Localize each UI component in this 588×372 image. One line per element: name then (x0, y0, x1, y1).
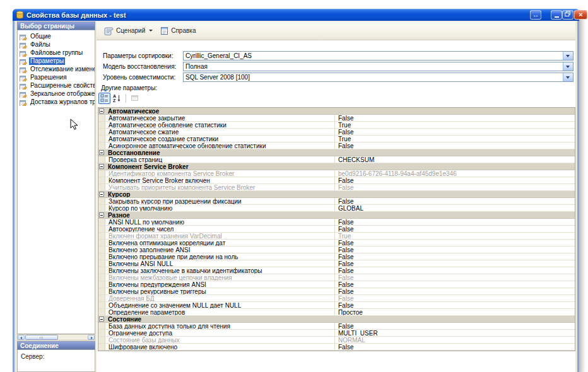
property-row[interactable]: Проверка страницCHECKSUM (98, 156, 575, 163)
property-row[interactable]: Учитывать приоритеты компонента Service … (98, 184, 575, 191)
property-value: False (335, 198, 575, 204)
collapse-icon[interactable] (99, 317, 104, 322)
grid-section-header[interactable]: Восстановление (98, 149, 575, 156)
sidebar-item-Файлы[interactable]: Файлы (18, 40, 95, 49)
script-button[interactable]: Сценарий (100, 25, 156, 37)
dropdown-1[interactable]: Полная (183, 62, 573, 71)
property-row[interactable]: Включены ANSI NULLFalse (98, 260, 575, 267)
property-row[interactable]: Включен формат хранения VarDecimalTrue (98, 233, 575, 240)
database-properties-dialog: Свойства базы данных - test ↔ × Выбор ст… (13, 9, 579, 372)
property-row[interactable]: Автоматическое создание статистикиTrue (98, 136, 575, 142)
grid-gutter (98, 344, 105, 350)
grid-section-title: Курсор (105, 191, 130, 197)
grid-gutter (98, 233, 105, 239)
property-row[interactable]: Шифрование включеноFalse (98, 344, 575, 351)
property-row[interactable]: Включены заключенные в кавычки идентифик… (98, 267, 575, 274)
property-row[interactable]: Включено заполнение ANSIFalse (98, 247, 575, 253)
property-row[interactable]: Включены межбазовые цепочки владенияFals… (98, 274, 575, 281)
minimize-button[interactable] (551, 10, 562, 20)
sidebar-item-Зеркальное отображение[interactable]: Зеркальное отображение (18, 90, 95, 98)
grid-gutter (98, 205, 105, 211)
az-sort-icon: A Z (113, 94, 121, 102)
scroll-left-icon[interactable] (18, 335, 25, 340)
property-row[interactable]: Ограничение доступаMULTI_USER (98, 330, 575, 337)
property-name: ANSI NULL по умолчанию (105, 219, 335, 225)
property-name: Включены заключенные в кавычки идентифик… (105, 267, 335, 274)
property-row[interactable]: Курсор по умолчаниюGLOBAL (98, 205, 575, 212)
property-row[interactable]: ANSI NULL по умолчаниюFalse (98, 219, 575, 226)
form-field-row: Модель восстановления:Полная (97, 62, 575, 71)
sidebar-item-label: Параметры (29, 57, 65, 65)
horizontal-scrollbar[interactable] (17, 334, 95, 340)
scroll-right-icon[interactable] (88, 335, 95, 340)
help-button-label: Справка (171, 27, 196, 34)
help-button[interactable]: Справка (156, 25, 199, 37)
grid-gutter (98, 267, 105, 274)
grid-section-header[interactable]: Разное (98, 212, 575, 219)
property-name: Автоокругление чисел (105, 226, 335, 232)
property-row[interactable]: Доверенная БДFalse (98, 295, 575, 302)
close-button[interactable]: × (574, 10, 587, 20)
collapse-icon[interactable] (99, 164, 104, 169)
dropdown-0[interactable]: Cyrillic_General_CI_AS (183, 51, 573, 61)
grid-section-title: Компонент Service Broker (105, 163, 189, 170)
collapse-icon[interactable] (99, 150, 104, 155)
sidebar-item-Расширенные свойства[interactable]: Расширенные свойства (18, 81, 95, 90)
property-row[interactable]: Включены предупреждения ANSIFalse (98, 281, 575, 288)
categorized-button[interactable] (98, 93, 110, 104)
property-value: False (335, 274, 575, 281)
sidebar-item-label: Файлы (29, 41, 52, 49)
property-row[interactable]: Автоматическое закрытиеFalse (98, 115, 575, 122)
property-row[interactable]: Состояние базы данныхNORMAL (98, 337, 575, 344)
sidebar-item-Параметры[interactable]: Параметры (18, 57, 95, 65)
collapse-icon[interactable] (99, 108, 104, 113)
sidebar-item-Отслеживание изменений[interactable]: Отслеживание изменений (18, 65, 95, 73)
grid-section-header[interactable]: Состояние (98, 316, 575, 323)
property-row[interactable]: Определение параметровПростое (98, 309, 575, 316)
dropdown-2[interactable]: SQL Server 2008 [100] (183, 73, 573, 82)
restore-button[interactable] (562, 10, 573, 20)
grid-gutter (98, 330, 105, 336)
collapse-icon[interactable] (99, 192, 104, 197)
property-page-icon (20, 41, 27, 49)
page-list: ОбщиеФайлыФайловые группыПараметрыОтслеж… (17, 30, 95, 334)
property-page-icon (20, 83, 27, 90)
property-row[interactable]: Асинхронное автоматическое обновление ст… (98, 142, 575, 149)
property-row[interactable]: Автоматическое обновление статистикиTrue (98, 122, 575, 129)
alphabetical-sort-button[interactable]: A Z (111, 93, 123, 104)
property-value: False (335, 281, 575, 288)
connection-panel: Сервер: (17, 350, 95, 372)
chevron-down-icon[interactable] (563, 62, 573, 71)
grid-gutter (98, 122, 105, 128)
property-name: Включен формат хранения VarDecimal (105, 233, 335, 239)
grid-section-header[interactable]: Курсор (98, 191, 575, 198)
resize-button[interactable]: ↔ (530, 10, 541, 20)
grid-section-header[interactable]: Компонент Service Broker (98, 163, 575, 170)
property-page-icon (20, 67, 27, 74)
chevron-down-icon[interactable] (563, 73, 573, 81)
property-row[interactable]: Автоокругление чиселFalse (98, 226, 575, 233)
property-row[interactable]: Включено прерывание при делении на нольF… (98, 253, 575, 260)
property-row[interactable]: Включена оптимизация корреляции датFalse (98, 240, 575, 247)
sidebar-item-Файловые группы[interactable]: Файловые группы (18, 49, 95, 57)
property-row[interactable]: Объединение со значением NULL дает NULLF… (98, 302, 575, 309)
sidebar-item-Общие[interactable]: Общие (18, 32, 95, 40)
collapse-icon[interactable] (99, 212, 104, 218)
property-row[interactable]: Автоматическое сжатиеFalse (98, 129, 575, 136)
scrollbar-thumb[interactable] (25, 335, 58, 340)
sidebar-item-Разрешения[interactable]: Разрешения (18, 73, 95, 81)
property-row[interactable]: Идентификатор компонента Service Brokerb… (98, 170, 575, 177)
property-row[interactable]: База данных доступна только для чтенияFa… (98, 323, 575, 330)
grid-section-title: Разное (105, 212, 130, 218)
scrollbar-track[interactable] (58, 335, 88, 340)
chevron-down-icon (149, 30, 153, 32)
property-row[interactable]: Включены рекурсивные триггерыFalse (98, 288, 575, 295)
grid-section-title: Восстановление (105, 149, 160, 156)
chevron-down-icon[interactable] (563, 52, 573, 60)
property-row[interactable]: Компонент Service Broker включенFalse (98, 177, 575, 184)
desktop: { "window": { "title": "Свойства базы да… (0, 0, 588, 372)
grid-section-header[interactable]: Автоматическое (98, 108, 575, 115)
property-row[interactable]: Закрывать курсор при разрешении фиксации… (98, 198, 575, 205)
title-bar[interactable]: Свойства базы данных - test ↔ × (13, 9, 579, 21)
sidebar-item-Доставка журналов транзакций[interactable]: Доставка журналов транзакций (18, 98, 95, 106)
